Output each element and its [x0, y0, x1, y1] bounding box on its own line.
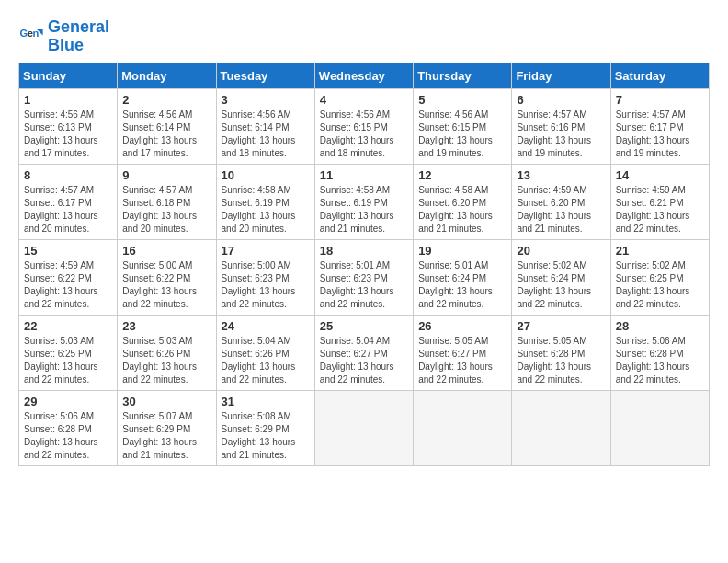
- day-number: 12: [418, 168, 506, 182]
- day-info: Sunrise: 4:56 AM Sunset: 6:14 PM Dayligh…: [122, 109, 210, 160]
- calendar-cell: [414, 390, 512, 465]
- calendar-cell: 3 Sunrise: 4:56 AM Sunset: 6:14 PM Dayli…: [216, 88, 314, 164]
- day-info: Sunrise: 5:05 AM Sunset: 6:27 PM Dayligh…: [418, 335, 506, 386]
- day-number: 30: [122, 395, 210, 408]
- calendar-cell: 11 Sunrise: 4:58 AM Sunset: 6:19 PM Dayl…: [314, 164, 413, 239]
- day-info: Sunrise: 5:01 AM Sunset: 6:23 PM Dayligh…: [320, 259, 408, 311]
- day-number: 17: [222, 244, 310, 258]
- day-info: Sunrise: 5:04 AM Sunset: 6:26 PM Dayligh…: [222, 335, 310, 386]
- calendar-cell: 9 Sunrise: 4:57 AM Sunset: 6:18 PM Dayli…: [118, 164, 216, 239]
- calendar-cell: 14 Sunrise: 4:59 AM Sunset: 6:21 PM Dayl…: [610, 164, 709, 239]
- calendar-cell: 12 Sunrise: 4:58 AM Sunset: 6:20 PM Dayl…: [414, 164, 512, 239]
- calendar-cell: 20 Sunrise: 5:02 AM Sunset: 6:24 PM Dayl…: [512, 239, 610, 315]
- calendar-cell: [512, 390, 610, 465]
- col-header-sunday: Sunday: [19, 63, 118, 88]
- calendar-cell: 2 Sunrise: 4:56 AM Sunset: 6:14 PM Dayli…: [118, 88, 216, 164]
- day-number: 2: [122, 93, 210, 107]
- calendar-cell: 29 Sunrise: 5:06 AM Sunset: 6:28 PM Dayl…: [19, 390, 118, 465]
- calendar-cell: 17 Sunrise: 5:00 AM Sunset: 6:23 PM Dayl…: [216, 239, 314, 315]
- day-number: 16: [122, 244, 210, 258]
- day-info: Sunrise: 5:00 AM Sunset: 6:22 PM Dayligh…: [122, 259, 210, 311]
- page-header: G e n General Blue: [18, 18, 710, 55]
- calendar-cell: 24 Sunrise: 5:04 AM Sunset: 6:26 PM Dayl…: [216, 315, 314, 390]
- svg-text:G: G: [19, 28, 28, 39]
- col-header-tuesday: Tuesday: [216, 63, 314, 88]
- day-info: Sunrise: 4:59 AM Sunset: 6:20 PM Dayligh…: [517, 184, 605, 236]
- day-number: 4: [320, 93, 408, 107]
- calendar-cell: 6 Sunrise: 4:57 AM Sunset: 6:16 PM Dayli…: [512, 88, 610, 164]
- day-number: 6: [517, 93, 605, 107]
- day-number: 19: [418, 244, 506, 258]
- day-number: 27: [517, 319, 605, 333]
- day-info: Sunrise: 5:00 AM Sunset: 6:23 PM Dayligh…: [222, 259, 310, 311]
- day-info: Sunrise: 5:07 AM Sunset: 6:29 PM Dayligh…: [122, 410, 210, 462]
- day-info: Sunrise: 5:08 AM Sunset: 6:29 PM Dayligh…: [222, 410, 310, 462]
- calendar-cell: 16 Sunrise: 5:00 AM Sunset: 6:22 PM Dayl…: [118, 239, 216, 315]
- day-number: 28: [616, 319, 704, 333]
- calendar-week-5: 29 Sunrise: 5:06 AM Sunset: 6:28 PM Dayl…: [19, 390, 710, 465]
- col-header-wednesday: Wednesday: [314, 63, 413, 88]
- day-number: 9: [122, 168, 210, 182]
- day-info: Sunrise: 5:03 AM Sunset: 6:26 PM Dayligh…: [122, 335, 210, 386]
- calendar-cell: [314, 390, 413, 465]
- day-info: Sunrise: 4:59 AM Sunset: 6:21 PM Dayligh…: [616, 184, 704, 236]
- day-info: Sunrise: 5:01 AM Sunset: 6:24 PM Dayligh…: [418, 259, 506, 311]
- calendar-cell: 8 Sunrise: 4:57 AM Sunset: 6:17 PM Dayli…: [19, 164, 118, 239]
- calendar-cell: 10 Sunrise: 4:58 AM Sunset: 6:19 PM Dayl…: [216, 164, 314, 239]
- day-number: 13: [517, 168, 605, 182]
- day-number: 15: [24, 244, 112, 258]
- day-number: 22: [24, 319, 112, 333]
- logo: G e n General Blue: [18, 18, 109, 55]
- calendar-cell: 19 Sunrise: 5:01 AM Sunset: 6:24 PM Dayl…: [414, 239, 512, 315]
- day-number: 5: [418, 93, 506, 107]
- day-info: Sunrise: 5:06 AM Sunset: 6:28 PM Dayligh…: [616, 335, 704, 386]
- day-info: Sunrise: 4:57 AM Sunset: 6:18 PM Dayligh…: [122, 184, 210, 236]
- day-number: 3: [222, 93, 310, 107]
- calendar-week-2: 8 Sunrise: 4:57 AM Sunset: 6:17 PM Dayli…: [19, 164, 710, 239]
- day-info: Sunrise: 4:57 AM Sunset: 6:17 PM Dayligh…: [24, 184, 112, 236]
- day-number: 14: [616, 168, 704, 182]
- calendar-cell: 27 Sunrise: 5:05 AM Sunset: 6:28 PM Dayl…: [512, 315, 610, 390]
- day-number: 29: [24, 395, 112, 408]
- day-info: Sunrise: 5:02 AM Sunset: 6:25 PM Dayligh…: [616, 259, 704, 311]
- day-info: Sunrise: 4:56 AM Sunset: 6:15 PM Dayligh…: [320, 109, 408, 160]
- day-info: Sunrise: 4:58 AM Sunset: 6:19 PM Dayligh…: [320, 184, 408, 236]
- logo-icon: G e n: [18, 24, 44, 50]
- calendar-cell: 28 Sunrise: 5:06 AM Sunset: 6:28 PM Dayl…: [610, 315, 709, 390]
- day-number: 1: [24, 93, 112, 107]
- day-info: Sunrise: 5:04 AM Sunset: 6:27 PM Dayligh…: [320, 335, 408, 386]
- calendar-cell: 31 Sunrise: 5:08 AM Sunset: 6:29 PM Dayl…: [216, 390, 314, 465]
- calendar-cell: 5 Sunrise: 4:56 AM Sunset: 6:15 PM Dayli…: [414, 88, 512, 164]
- calendar-cell: 26 Sunrise: 5:05 AM Sunset: 6:27 PM Dayl…: [414, 315, 512, 390]
- day-info: Sunrise: 4:56 AM Sunset: 6:13 PM Dayligh…: [24, 109, 112, 160]
- calendar-cell: 30 Sunrise: 5:07 AM Sunset: 6:29 PM Dayl…: [118, 390, 216, 465]
- day-info: Sunrise: 4:59 AM Sunset: 6:22 PM Dayligh…: [24, 259, 112, 311]
- calendar-cell: 18 Sunrise: 5:01 AM Sunset: 6:23 PM Dayl…: [314, 239, 413, 315]
- calendar-cell: 15 Sunrise: 4:59 AM Sunset: 6:22 PM Dayl…: [19, 239, 118, 315]
- day-info: Sunrise: 4:56 AM Sunset: 6:15 PM Dayligh…: [418, 109, 506, 160]
- day-number: 18: [320, 244, 408, 258]
- col-header-saturday: Saturday: [610, 63, 709, 88]
- calendar-cell: 23 Sunrise: 5:03 AM Sunset: 6:26 PM Dayl…: [118, 315, 216, 390]
- day-number: 10: [222, 168, 310, 182]
- day-info: Sunrise: 5:02 AM Sunset: 6:24 PM Dayligh…: [517, 259, 605, 311]
- calendar-week-4: 22 Sunrise: 5:03 AM Sunset: 6:25 PM Dayl…: [19, 315, 710, 390]
- day-number: 23: [122, 319, 210, 333]
- day-info: Sunrise: 4:58 AM Sunset: 6:20 PM Dayligh…: [418, 184, 506, 236]
- day-info: Sunrise: 4:58 AM Sunset: 6:19 PM Dayligh…: [222, 184, 310, 236]
- calendar-cell: 22 Sunrise: 5:03 AM Sunset: 6:25 PM Dayl…: [19, 315, 118, 390]
- day-info: Sunrise: 5:05 AM Sunset: 6:28 PM Dayligh…: [517, 335, 605, 386]
- day-info: Sunrise: 5:03 AM Sunset: 6:25 PM Dayligh…: [24, 335, 112, 386]
- day-info: Sunrise: 4:57 AM Sunset: 6:16 PM Dayligh…: [517, 109, 605, 160]
- col-header-thursday: Thursday: [414, 63, 512, 88]
- calendar-cell: 4 Sunrise: 4:56 AM Sunset: 6:15 PM Dayli…: [314, 88, 413, 164]
- col-header-friday: Friday: [512, 63, 610, 88]
- calendar-table: SundayMondayTuesdayWednesdayThursdayFrid…: [18, 63, 710, 466]
- calendar-cell: 1 Sunrise: 4:56 AM Sunset: 6:13 PM Dayli…: [19, 88, 118, 164]
- calendar-week-3: 15 Sunrise: 4:59 AM Sunset: 6:22 PM Dayl…: [19, 239, 710, 315]
- day-number: 31: [222, 395, 310, 408]
- logo-text: General Blue: [48, 18, 109, 55]
- col-header-monday: Monday: [118, 63, 216, 88]
- calendar-cell: 13 Sunrise: 4:59 AM Sunset: 6:20 PM Dayl…: [512, 164, 610, 239]
- day-number: 21: [616, 244, 704, 258]
